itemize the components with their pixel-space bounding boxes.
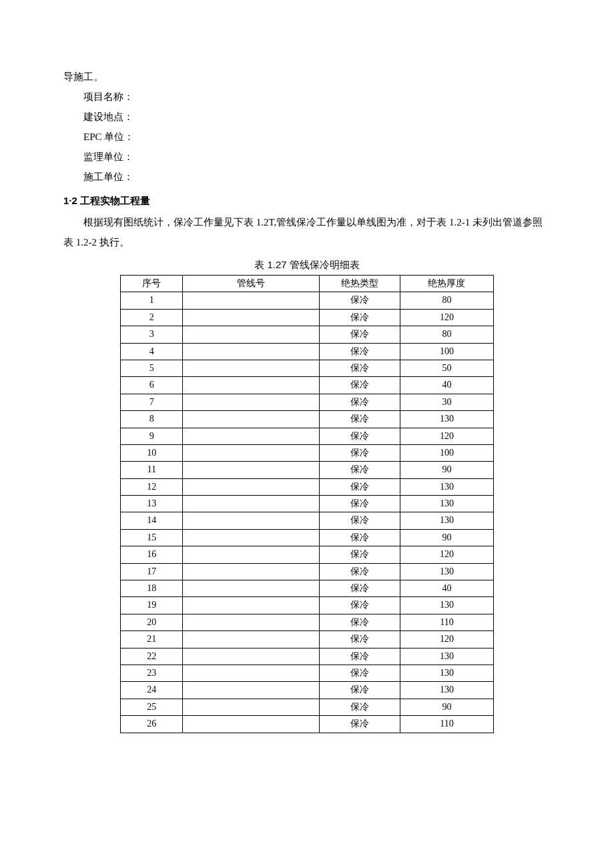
cell-ins-type: 保冷 xyxy=(319,546,400,563)
cell-ins-thick: 110 xyxy=(400,614,493,630)
cell-seq: 22 xyxy=(121,648,183,665)
table-row: 4保冷100 xyxy=(121,343,494,360)
cell-line-no xyxy=(183,478,319,495)
info-line-supervision: 监理单位： xyxy=(63,147,551,167)
cell-line-no xyxy=(183,428,319,444)
cell-line-no xyxy=(183,648,319,665)
table-row: 6保冷40 xyxy=(121,377,494,394)
cell-line-no xyxy=(183,377,319,394)
cell-ins-type: 保冷 xyxy=(319,597,400,614)
table-body: 1保冷80 2保冷120 3保冷80 4保冷100 5保冷50 6保冷40 7保… xyxy=(121,292,494,733)
cell-seq: 1 xyxy=(121,292,183,309)
cell-ins-type: 保冷 xyxy=(319,648,400,665)
cell-seq: 2 xyxy=(121,309,183,326)
cell-seq: 13 xyxy=(121,496,183,512)
cell-ins-thick: 30 xyxy=(400,394,493,410)
table-row: 16保冷120 xyxy=(121,546,494,563)
cell-seq: 21 xyxy=(121,631,183,648)
cell-ins-thick: 90 xyxy=(400,529,493,546)
cell-ins-type: 保冷 xyxy=(319,699,400,715)
cell-ins-thick: 120 xyxy=(400,631,493,648)
table-row: 26保冷110 xyxy=(121,716,494,733)
cell-seq: 9 xyxy=(121,428,183,444)
table-row: 21保冷120 xyxy=(121,631,494,648)
cell-seq: 23 xyxy=(121,665,183,681)
cell-line-no xyxy=(183,309,319,326)
cell-ins-thick: 90 xyxy=(400,462,493,478)
cell-ins-thick: 120 xyxy=(400,546,493,563)
cell-ins-type: 保冷 xyxy=(319,309,400,326)
table-row: 25保冷90 xyxy=(121,699,494,715)
table-row: 11保冷90 xyxy=(121,462,494,478)
cell-line-no xyxy=(183,496,319,512)
table-caption: 表 1.27 管线保冷明细表 xyxy=(63,255,551,275)
cell-ins-type: 保冷 xyxy=(319,665,400,681)
cell-ins-type: 保冷 xyxy=(319,529,400,546)
table-row: 24保冷130 xyxy=(121,682,494,699)
cell-seq: 17 xyxy=(121,563,183,580)
info-line-project-name: 项目名称： xyxy=(63,87,551,107)
cell-ins-thick: 80 xyxy=(400,292,493,309)
cell-ins-thick: 80 xyxy=(400,326,493,343)
cell-ins-type: 保冷 xyxy=(319,512,400,529)
cell-line-no xyxy=(183,665,319,681)
cell-ins-thick: 130 xyxy=(400,478,493,495)
cell-seq: 24 xyxy=(121,682,183,699)
cell-ins-type: 保冷 xyxy=(319,563,400,580)
col-header-line-no: 管线号 xyxy=(183,276,319,292)
cell-seq: 11 xyxy=(121,462,183,478)
cell-ins-thick: 130 xyxy=(400,648,493,665)
cell-line-no xyxy=(183,360,319,376)
cell-line-no xyxy=(183,529,319,546)
cell-seq: 4 xyxy=(121,343,183,360)
cell-ins-type: 保冷 xyxy=(319,716,400,733)
cell-line-no xyxy=(183,563,319,580)
cell-ins-thick: 130 xyxy=(400,597,493,614)
pipeline-insulation-table: 序号 管线号 绝热类型 绝热厚度 1保冷80 2保冷120 3保冷80 4保冷1… xyxy=(120,275,494,733)
cell-line-no xyxy=(183,699,319,715)
cell-seq: 18 xyxy=(121,580,183,597)
cell-ins-type: 保冷 xyxy=(319,496,400,512)
cell-seq: 19 xyxy=(121,597,183,614)
cell-ins-type: 保冷 xyxy=(319,682,400,699)
cell-ins-type: 保冷 xyxy=(319,444,400,461)
cell-line-no xyxy=(183,444,319,461)
table-row: 8保冷130 xyxy=(121,411,494,428)
cell-line-no xyxy=(183,682,319,699)
col-header-ins-type: 绝热类型 xyxy=(319,276,400,292)
cell-ins-thick: 130 xyxy=(400,682,493,699)
table-row: 2保冷120 xyxy=(121,309,494,326)
cell-line-no xyxy=(183,394,319,410)
cell-seq: 5 xyxy=(121,360,183,376)
table-row: 5保冷50 xyxy=(121,360,494,376)
cell-ins-type: 保冷 xyxy=(319,462,400,478)
table-row: 10保冷100 xyxy=(121,444,494,461)
cell-seq: 15 xyxy=(121,529,183,546)
cell-line-no xyxy=(183,462,319,478)
cell-line-no xyxy=(183,580,319,597)
body-paragraph: 根据现有图纸统计，保冷工作量见下表 1.2T,管线保冷工作量以单线图为准，对于表… xyxy=(63,212,551,252)
cell-seq: 6 xyxy=(121,377,183,394)
cell-line-no xyxy=(183,343,319,360)
table-row: 20保冷110 xyxy=(121,614,494,630)
cell-ins-type: 保冷 xyxy=(319,478,400,495)
cell-seq: 25 xyxy=(121,699,183,715)
cell-ins-thick: 130 xyxy=(400,496,493,512)
cell-seq: 3 xyxy=(121,326,183,343)
cell-seq: 16 xyxy=(121,546,183,563)
cell-line-no xyxy=(183,411,319,428)
table-row: 22保冷130 xyxy=(121,648,494,665)
cell-seq: 7 xyxy=(121,394,183,410)
section-heading-1-2: 1·2 工程实物工程量 xyxy=(63,191,551,211)
cell-ins-thick: 130 xyxy=(400,411,493,428)
cell-ins-type: 保冷 xyxy=(319,360,400,376)
cell-ins-type: 保冷 xyxy=(319,631,400,648)
cell-seq: 10 xyxy=(121,444,183,461)
table-row: 9保冷120 xyxy=(121,428,494,444)
table-row: 7保冷30 xyxy=(121,394,494,410)
table-row: 12保冷130 xyxy=(121,478,494,495)
cell-ins-type: 保冷 xyxy=(319,614,400,630)
cell-line-no xyxy=(183,512,319,529)
cell-seq: 20 xyxy=(121,614,183,630)
cell-ins-type: 保冷 xyxy=(319,326,400,343)
